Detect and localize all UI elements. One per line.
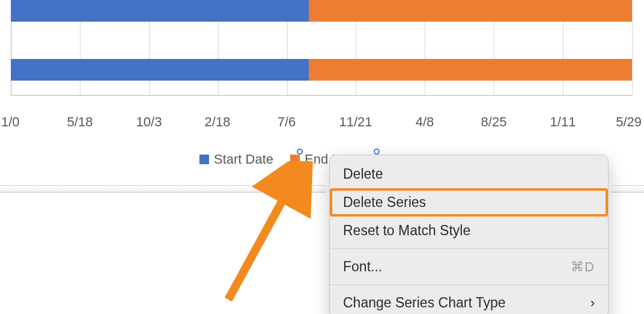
x-tick-label: 4/8 [416,114,434,130]
menu-item-shortcut: ⌘D [571,259,595,275]
selection-handle-icon[interactable] [297,149,303,155]
selection-handle-icon[interactable] [374,149,380,155]
legend-swatch-icon [199,155,209,164]
menu-item-delete[interactable]: Delete [330,160,608,188]
chart-gridline [632,0,633,95]
menu-item-label: Font... [343,259,382,275]
x-tick-label: 11/21 [339,114,372,130]
x-tick-label: 10/3 [136,114,162,130]
menu-item-delete-series[interactable]: Delete Series [330,188,608,217]
x-tick-label: 1/11 [550,114,576,130]
menu-item-label: Change Series Chart Type [343,295,506,311]
chart-x-axis [11,95,632,96]
menu-item-label: Reset to Match Style [343,223,470,239]
selection-handle-icon[interactable] [297,167,303,173]
x-tick-label: 8/25 [481,114,507,130]
menu-item-label: Delete [343,166,383,182]
chart-bar-segment-start[interactable] [11,0,309,22]
chart-bar-segment-start[interactable] [11,59,309,81]
chart-bar-segment-end[interactable] [309,59,632,81]
menu-item-label: Delete Series [343,194,426,211]
legend-label: Start Date [214,152,273,167]
chart-bar-row[interactable] [11,0,632,22]
legend-swatch-icon [290,155,300,164]
chart-x-axis-labels: 1/0 5/18 10/3 2/18 7/6 11/21 4/8 8/25 1/… [0,114,644,134]
x-tick-label: 5/29 [616,114,642,130]
menu-separator [330,285,608,285]
x-tick-label: 5/18 [67,114,93,130]
x-tick-label: 2/18 [205,114,231,130]
chart-bar-row[interactable] [11,59,632,81]
menu-item-font[interactable]: Font... ⌘D [330,253,608,281]
chart-plot[interactable] [11,0,632,95]
menu-item-reset-style[interactable]: Reset to Match Style [330,217,608,245]
legend-item-start-date[interactable]: Start Date [199,152,273,167]
chevron-right-icon: › [591,295,595,311]
chart-area [0,0,644,108]
x-tick-label: 1/0 [1,114,20,130]
annotation-arrow-icon [192,161,324,306]
menu-separator [330,248,608,249]
x-tick-label: 7/6 [278,114,296,130]
menu-item-change-series-chart-type[interactable]: Change Series Chart Type › [330,289,608,314]
chart-bar-segment-end[interactable] [309,0,632,22]
context-menu: Delete Delete Series Reset to Match Styl… [329,155,609,314]
